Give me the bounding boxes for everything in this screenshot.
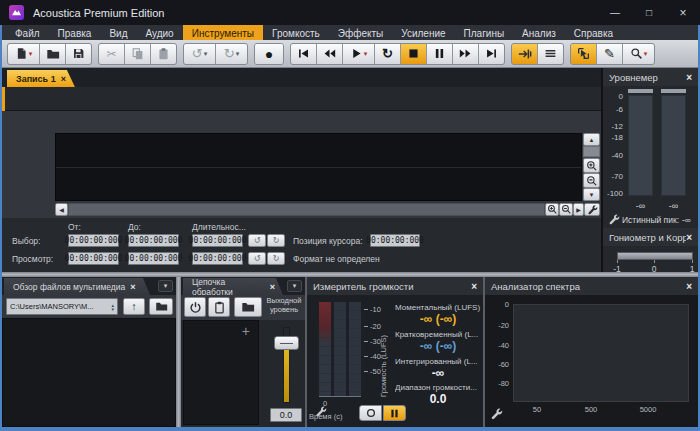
editor-settings-button[interactable] [584,203,600,216]
play-dropdown-icon[interactable]: ▾ [364,50,368,57]
loudness-close-icon[interactable]: × [471,281,477,292]
scroll-left-button[interactable]: ◀ [55,203,68,216]
add-effect-button[interactable]: + [242,323,250,339]
selection-redo-button[interactable]: ↻ [267,234,285,247]
loudness-measure-button[interactable] [359,405,382,421]
scroll-right-button[interactable]: ▶ [573,203,584,216]
go-to-end-button[interactable] [479,44,504,64]
menu-item-view[interactable]: Вид [100,25,136,40]
fast-forward-button[interactable] [453,44,478,64]
effect-chain-list[interactable]: + [183,320,259,425]
level-meter-settings-wrench-icon[interactable] [608,213,620,225]
cut-button[interactable]: ✂ [99,44,124,64]
browse-folder-button[interactable] [149,298,173,315]
rewind-button[interactable] [317,44,342,64]
copy-button[interactable] [125,44,150,64]
view-undo-button[interactable]: ↺ [248,252,266,265]
pause-button[interactable] [427,44,452,64]
scrub-mode-button[interactable] [512,44,537,64]
go-to-start-button[interactable] [291,44,316,64]
chain-paste-button[interactable] [208,297,230,317]
loudness-pause-button[interactable] [383,405,406,421]
undo-dropdown-icon[interactable]: ▾ [204,50,208,57]
vertical-scroll-thumb[interactable] [583,146,600,157]
open-folder-icon [241,300,255,314]
new-file-dropdown-icon[interactable]: ▾ [29,50,33,57]
paste-button[interactable] [151,44,176,64]
undo-button[interactable]: ↺▾ [184,44,215,64]
loudness-settings-wrench-icon[interactable] [315,405,327,417]
chain-tab[interactable]: Цепочка обработки × [183,278,283,295]
view-from-input[interactable]: 00:00:00:000 [68,252,119,265]
selection-undo-button[interactable]: ↺ [248,234,266,247]
vertical-zoom-in-button[interactable] [583,158,600,173]
horizontal-zoom-in-button[interactable] [545,203,559,216]
minimize-button[interactable]: — [598,0,632,25]
new-file-button[interactable]: ▾ [8,44,39,64]
menu-item-edit[interactable]: Правка [49,25,101,40]
chain-menu-button[interactable]: ▾ [287,280,302,292]
menu-item-plugins[interactable]: Плагины [455,25,514,40]
playback-cursor[interactable] [2,87,5,111]
horizontal-zoom-out-button[interactable] [559,203,573,216]
maximize-button[interactable]: □ [632,0,666,25]
redo-button[interactable]: ↻▾ [216,44,247,64]
draw-tool-button[interactable]: ✎ [597,44,622,64]
spectrum-settings-wrench-icon[interactable] [490,407,503,420]
vertical-zoom-out-button[interactable] [583,173,600,188]
redo-dropdown-icon[interactable]: ▾ [236,50,240,57]
menu-item-file[interactable]: Файл [6,25,49,40]
menu-item-amplify[interactable]: Усиление [392,25,454,40]
file-browser-close-icon[interactable]: × [130,282,135,292]
spectrum-plot[interactable] [513,304,689,402]
menu-item-volume[interactable]: Громкость [263,25,329,40]
path-spinner[interactable]: ▴ ▾ [111,303,114,311]
play-button[interactable]: ▾ [343,44,374,64]
playlist-view-button[interactable] [538,44,563,64]
up-directory-button[interactable]: ↑ [123,298,145,315]
view-duration-input[interactable]: 00:00:00:000 [192,252,243,265]
zoom-tool-button[interactable]: ▾ [623,44,654,64]
spectrum-close-icon[interactable]: × [686,281,692,292]
goniometer-close-icon[interactable]: × [686,232,692,243]
selection-from-input[interactable]: 00:00:00:000 [68,234,119,247]
output-level-value[interactable]: 0.0 [270,408,302,422]
path-select[interactable]: C:\Users\MANSORY\M... ▴ ▾ [6,298,118,315]
file-browser-tab[interactable]: Обзор файлов мультимедиа × [4,278,150,295]
cursor-position-input[interactable]: 00:00:00:000 [370,234,420,247]
record-button[interactable]: ● [255,44,283,64]
menu-item-effects[interactable]: Эффекты [329,25,392,40]
tick-mark [364,326,368,327]
chain-close-icon[interactable]: × [270,282,275,292]
level-meter-close-icon[interactable]: × [686,72,692,83]
horizontal-scroll-thumb[interactable] [68,203,545,216]
overview-strip[interactable] [2,87,601,111]
selection-to-input[interactable]: 00:00:00:000 [128,234,179,247]
spinner-down-icon[interactable]: ▾ [111,307,114,311]
menu-item-audio[interactable]: Аудио [136,25,182,40]
loop-playback-button[interactable]: ↻ [375,44,400,64]
menu-item-analysis[interactable]: Анализ [513,25,565,40]
waveform-display[interactable] [55,133,582,201]
tab-close-icon[interactable]: × [61,74,66,84]
file-browser-menu-button[interactable]: ▾ [158,280,173,292]
menu-item-help[interactable]: Справка [565,25,622,40]
save-button[interactable] [66,44,91,64]
open-file-button[interactable] [40,44,65,64]
menu-item-tools[interactable]: Инструменты [183,25,263,40]
document-tab-record1[interactable]: Запись 1 × [7,70,75,87]
file-list[interactable] [2,318,176,427]
view-to-input[interactable]: 00:00:00:000 [128,252,179,265]
selection-duration-input[interactable]: 00:00:00:000 [192,234,243,247]
view-redo-button[interactable]: ↻ [267,252,285,265]
stop-button[interactable] [401,44,426,64]
chain-bypass-button[interactable] [184,297,206,317]
chain-load-button[interactable] [234,297,262,317]
scroll-down-button[interactable]: ▼ [583,188,600,201]
scroll-up-button[interactable]: ▲ [583,133,600,146]
zoom-dropdown-icon[interactable]: ▾ [644,50,648,57]
lm-tick-2: -12 [603,122,623,131]
select-tool-button[interactable] [571,44,596,64]
close-button[interactable]: × [666,0,700,25]
output-level-slider-handle[interactable] [274,336,299,350]
